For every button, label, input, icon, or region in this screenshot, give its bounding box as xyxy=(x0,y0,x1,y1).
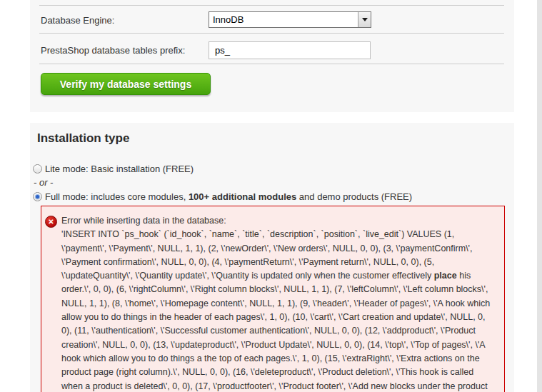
row-divider xyxy=(39,64,504,64)
database-engine-select[interactable]: InnoDB xyxy=(209,11,371,28)
full-mode-label[interactable]: Full mode: includes core modules, 100+ a… xyxy=(45,191,412,202)
database-engine-label: Database Engine: xyxy=(41,15,114,26)
full-mode-label-part1: Full mode: includes core modules, xyxy=(45,191,189,202)
or-separator: - or - xyxy=(34,177,53,188)
error-sql-statement: 'INSERT INTO `ps_hook` (`id_hook`, `name… xyxy=(61,228,496,392)
installation-type-panel: Installation type Lite mode: Basic insta… xyxy=(30,123,514,392)
database-settings-panel: Database Engine: InnoDB PrestaShop datab… xyxy=(30,0,514,112)
chevron-down-icon[interactable] xyxy=(358,12,371,27)
error-sql-bold: place xyxy=(434,271,457,281)
full-mode-label-bold: 100+ additional modules xyxy=(189,191,296,202)
lite-mode-option[interactable]: Lite mode: Basic installation (FREE) xyxy=(33,164,194,174)
error-title: Error while inserting data in the databa… xyxy=(61,214,496,228)
error-sql-part2: his order.\', 0, 0), (6, \'rightColumn\'… xyxy=(61,271,490,391)
scrollbar-track[interactable] xyxy=(537,0,542,392)
lite-mode-label[interactable]: Lite mode: Basic installation (FREE) xyxy=(45,164,194,174)
lite-mode-radio[interactable] xyxy=(33,164,42,174)
error-icon: ✕ xyxy=(45,216,57,228)
verify-database-settings-button[interactable]: Verify my database settings xyxy=(41,73,211,95)
installation-type-title: Installation type xyxy=(37,131,129,146)
database-error-alert: ✕ Error while inserting data in the data… xyxy=(41,206,505,392)
tables-prefix-input[interactable] xyxy=(209,41,371,59)
full-mode-option[interactable]: Full mode: includes core modules, 100+ a… xyxy=(33,191,412,202)
full-mode-radio[interactable] xyxy=(33,192,42,201)
error-message: Error while inserting data in the databa… xyxy=(61,214,496,392)
tables-prefix-label: PrestaShop database tables prefix: xyxy=(41,45,185,56)
row-divider xyxy=(39,33,504,34)
error-sql-part1: 'INSERT INTO `ps_hook` (`id_hook`, `name… xyxy=(61,229,472,281)
chevron-down-glyph xyxy=(362,18,368,21)
full-mode-label-part2: and demo products (FREE) xyxy=(296,191,412,202)
database-engine-selected-value: InnoDB xyxy=(209,14,358,25)
row-divider xyxy=(39,5,504,6)
